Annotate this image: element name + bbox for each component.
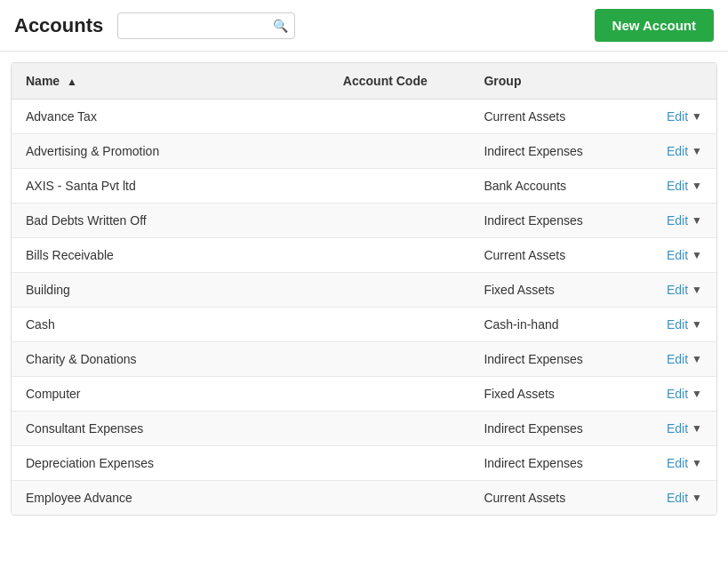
row-dropdown-icon[interactable]: ▼ xyxy=(692,492,702,504)
row-dropdown-icon[interactable]: ▼ xyxy=(692,180,702,192)
table-row: Bad Debts Written OffIndirect ExpensesEd… xyxy=(12,204,716,238)
search-wrapper: 🔍 xyxy=(117,12,295,39)
group-value: Cash-in-hand xyxy=(484,317,663,332)
account-group-cell: Indirect ExpensesEdit▼ xyxy=(469,412,716,446)
account-name-cell: Charity & Donations xyxy=(12,342,329,377)
group-value: Fixed Assets xyxy=(484,387,663,401)
row-dropdown-icon[interactable]: ▼ xyxy=(692,457,702,469)
row-dropdown-icon[interactable]: ▼ xyxy=(692,353,702,365)
edit-link[interactable]: Edit xyxy=(667,317,688,332)
account-name-cell: Bad Debts Written Off xyxy=(12,204,329,238)
edit-link[interactable]: Edit xyxy=(667,491,688,505)
edit-link[interactable]: Edit xyxy=(667,179,688,193)
group-value: Current Assets xyxy=(484,491,663,505)
group-value: Current Assets xyxy=(484,248,663,262)
account-name-cell: Advance Tax xyxy=(12,100,329,134)
edit-link[interactable]: Edit xyxy=(667,213,688,228)
account-group-cell: Fixed AssetsEdit▼ xyxy=(469,273,716,308)
edit-link[interactable]: Edit xyxy=(667,421,688,436)
edit-link[interactable]: Edit xyxy=(667,248,688,262)
group-value: Bank Accounts xyxy=(484,179,663,193)
column-header-name[interactable]: Name ▲ xyxy=(12,63,329,100)
row-dropdown-icon[interactable]: ▼ xyxy=(692,388,702,400)
table-row: Depreciation ExpensesIndirect ExpensesEd… xyxy=(12,446,716,481)
account-name-cell: Building xyxy=(12,273,329,308)
page-header: Accounts 🔍 New Account xyxy=(0,0,728,52)
group-value: Indirect Expenses xyxy=(484,352,663,366)
account-name-cell: Depreciation Expenses xyxy=(12,446,329,481)
account-code-cell xyxy=(329,377,470,412)
column-header-code[interactable]: Account Code xyxy=(329,63,470,100)
account-code-cell xyxy=(329,342,470,377)
edit-link[interactable]: Edit xyxy=(667,144,688,158)
account-name-cell: Cash xyxy=(12,308,329,342)
account-code-cell xyxy=(329,134,470,169)
account-group-cell: Indirect ExpensesEdit▼ xyxy=(469,446,716,481)
table-row: Charity & DonationsIndirect ExpensesEdit… xyxy=(12,342,716,377)
table-row: Advertising & PromotionIndirect Expenses… xyxy=(12,134,716,169)
account-code-cell xyxy=(329,204,470,238)
page-title: Accounts xyxy=(14,14,103,37)
group-value: Current Assets xyxy=(484,109,663,124)
search-input[interactable] xyxy=(117,12,295,39)
account-group-cell: Current AssetsEdit▼ xyxy=(469,100,716,134)
new-account-button[interactable]: New Account xyxy=(595,9,714,42)
account-name-cell: Employee Advance xyxy=(12,481,329,516)
edit-link[interactable]: Edit xyxy=(667,109,688,124)
edit-link[interactable]: Edit xyxy=(667,387,688,401)
edit-link[interactable]: Edit xyxy=(667,283,688,297)
account-code-cell xyxy=(329,273,470,308)
group-value: Indirect Expenses xyxy=(484,144,663,158)
group-value: Indirect Expenses xyxy=(484,421,663,436)
account-name-cell: Computer xyxy=(12,377,329,412)
table-row: AXIS - Santa Pvt ltdBank AccountsEdit▼ xyxy=(12,169,716,204)
account-group-cell: Indirect ExpensesEdit▼ xyxy=(469,204,716,238)
table-row: Bills ReceivableCurrent AssetsEdit▼ xyxy=(12,238,716,273)
table-row: Advance TaxCurrent AssetsEdit▼ xyxy=(12,100,716,134)
account-name-cell: Bills Receivable xyxy=(12,238,329,273)
row-dropdown-icon[interactable]: ▼ xyxy=(692,145,702,157)
edit-link[interactable]: Edit xyxy=(667,456,688,470)
account-group-cell: Current AssetsEdit▼ xyxy=(469,238,716,273)
table-row: ComputerFixed AssetsEdit▼ xyxy=(12,377,716,412)
accounts-table: Name ▲ Account Code Group Advance TaxCur… xyxy=(12,63,716,515)
row-dropdown-icon[interactable]: ▼ xyxy=(692,110,702,123)
column-header-group[interactable]: Group xyxy=(469,63,716,100)
account-code-cell xyxy=(329,238,470,273)
row-dropdown-icon[interactable]: ▼ xyxy=(692,318,702,331)
row-dropdown-icon[interactable]: ▼ xyxy=(692,214,702,227)
edit-link[interactable]: Edit xyxy=(667,352,688,366)
table-body: Advance TaxCurrent AssetsEdit▼Advertisin… xyxy=(12,100,716,516)
account-code-cell xyxy=(329,481,470,516)
accounts-table-container: Name ▲ Account Code Group Advance TaxCur… xyxy=(11,62,717,516)
table-row: CashCash-in-handEdit▼ xyxy=(12,308,716,342)
table-header: Name ▲ Account Code Group xyxy=(12,63,716,100)
account-group-cell: Indirect ExpensesEdit▼ xyxy=(469,134,716,169)
account-group-cell: Indirect ExpensesEdit▼ xyxy=(469,342,716,377)
group-value: Indirect Expenses xyxy=(484,456,663,470)
account-group-cell: Cash-in-handEdit▼ xyxy=(469,308,716,342)
group-value: Fixed Assets xyxy=(484,283,663,297)
account-group-cell: Fixed AssetsEdit▼ xyxy=(469,377,716,412)
table-row: Employee AdvanceCurrent AssetsEdit▼ xyxy=(12,481,716,516)
account-group-cell: Current AssetsEdit▼ xyxy=(469,481,716,516)
account-name-cell: Consultant Expenses xyxy=(12,412,329,446)
row-dropdown-icon[interactable]: ▼ xyxy=(692,249,702,261)
sort-asc-icon: ▲ xyxy=(67,76,77,88)
row-dropdown-icon[interactable]: ▼ xyxy=(692,422,702,435)
table-row: Consultant ExpensesIndirect ExpensesEdit… xyxy=(12,412,716,446)
table-row: BuildingFixed AssetsEdit▼ xyxy=(12,273,716,308)
account-code-cell xyxy=(329,412,470,446)
account-name-cell: AXIS - Santa Pvt ltd xyxy=(12,169,329,204)
account-code-cell xyxy=(329,100,470,134)
account-code-cell xyxy=(329,446,470,481)
group-value: Indirect Expenses xyxy=(484,213,663,228)
account-name-cell: Advertising & Promotion xyxy=(12,134,329,169)
account-group-cell: Bank AccountsEdit▼ xyxy=(469,169,716,204)
account-code-cell xyxy=(329,169,470,204)
account-code-cell xyxy=(329,308,470,342)
row-dropdown-icon[interactable]: ▼ xyxy=(692,284,702,296)
